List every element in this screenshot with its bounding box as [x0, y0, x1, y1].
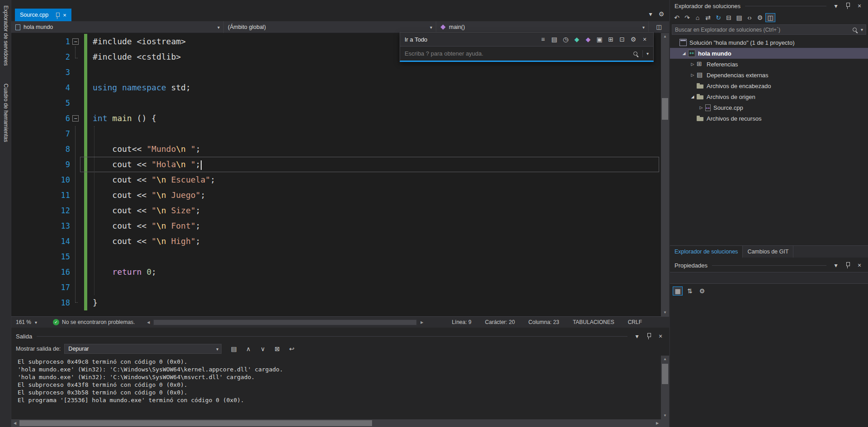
toggle-word-wrap-icon[interactable]: ↩: [287, 344, 297, 353]
code-line[interactable]: 6−int main () {: [11, 111, 669, 126]
line-number[interactable]: 1: [11, 34, 70, 49]
preview-tab-icon[interactable]: ⊡: [617, 35, 627, 44]
go-to-all-search-input[interactable]: Escriba ? para obtener ayuda. ▾: [400, 46, 653, 61]
code-line[interactable]: 10 cout << "\n Escuela";: [11, 172, 669, 188]
pin-icon[interactable]: [843, 1, 853, 10]
tree-item[interactable]: ▷Referencias: [670, 59, 868, 70]
alphabetical-icon[interactable]: ⇅: [685, 286, 695, 296]
line-number[interactable]: 6: [11, 111, 70, 126]
properties-icon[interactable]: ⚙: [755, 13, 765, 22]
line-number[interactable]: 15: [11, 249, 70, 264]
goto-file-icon[interactable]: ▤: [549, 35, 559, 44]
tree-item[interactable]: ◢hola mundo: [670, 48, 868, 59]
chevron-down-icon[interactable]: ▾: [646, 51, 649, 56]
scroll-down-icon[interactable]: ▼: [661, 412, 669, 419]
tree-expand-icon[interactable]: ▷: [698, 105, 705, 110]
previous-message-icon[interactable]: ∧: [243, 344, 253, 353]
close-icon[interactable]: ×: [656, 332, 665, 341]
tree-item[interactable]: Solución "hola mundo" (1 de 1 proyecto): [670, 37, 868, 48]
status-line-ending[interactable]: CRLF: [628, 319, 642, 325]
line-number[interactable]: 13: [11, 218, 70, 234]
line-number[interactable]: 12: [11, 203, 70, 218]
scrollbar-thumb[interactable]: [662, 98, 668, 120]
clear-all-icon[interactable]: ⊠: [272, 344, 282, 353]
line-number[interactable]: 8: [11, 141, 70, 157]
status-tabs-mode[interactable]: TABULACIONES: [573, 319, 614, 325]
tree-expand-icon[interactable]: ◢: [689, 94, 696, 99]
navigate-forward-icon[interactable]: ↷: [682, 13, 692, 22]
chevron-down-icon[interactable]: ▾: [831, 261, 841, 270]
status-character[interactable]: Carácter: 20: [485, 319, 515, 325]
scroll-left-icon[interactable]: ◀: [145, 320, 152, 324]
line-number[interactable]: 14: [11, 234, 70, 249]
line-number[interactable]: 17: [11, 280, 70, 295]
code-line[interactable]: 13 cout << "\n Font";: [11, 218, 669, 234]
zoom-dropdown[interactable]: 161 % ▾: [11, 319, 47, 325]
chevron-down-icon[interactable]: ▾: [646, 9, 656, 19]
scroll-right-icon[interactable]: ▶: [654, 421, 661, 425]
properties-object-dropdown[interactable]: [670, 272, 868, 284]
scroll-up-icon[interactable]: ▲: [661, 356, 669, 363]
goto-symbol-icon[interactable]: ▣: [594, 35, 604, 44]
code-line[interactable]: 15: [11, 249, 669, 264]
settings-gear-icon[interactable]: ⚙: [656, 9, 666, 19]
output-source-dropdown[interactable]: Depurar ▾: [64, 344, 222, 354]
code-line[interactable]: 8 cout<< "Mundo\n ";: [11, 141, 669, 157]
output-horizontal-scrollbar[interactable]: ◀ ▶: [11, 419, 661, 427]
code-line[interactable]: 7: [11, 126, 669, 141]
goto-line-icon[interactable]: ≡: [538, 35, 548, 44]
refresh-icon[interactable]: ↻: [713, 13, 723, 22]
pin-icon[interactable]: [52, 11, 59, 19]
line-number[interactable]: 16: [11, 264, 70, 280]
close-icon[interactable]: ×: [640, 35, 650, 44]
code-line[interactable]: 17: [11, 280, 669, 295]
tree-expand-icon[interactable]: ▷: [689, 73, 696, 77]
toolbox-vertical-tab[interactable]: Cuadro de herramientas: [2, 84, 9, 142]
split-window-icon[interactable]: ◫: [649, 21, 669, 33]
code-line[interactable]: 5: [11, 95, 669, 111]
code-editor[interactable]: 1−#include <iostream>2#include <cstdlib>…: [11, 33, 669, 316]
messages-icon[interactable]: ▤: [229, 344, 239, 353]
chevron-down-icon[interactable]: ▾: [831, 1, 841, 10]
preview-selected-items-icon[interactable]: ◫: [765, 13, 775, 22]
scrollbar-thumb[interactable]: [19, 420, 372, 426]
bottom-tab[interactable]: Explorador de soluciones: [670, 246, 743, 258]
scroll-down-icon[interactable]: ▼: [661, 309, 669, 316]
code-line[interactable]: 9 cout << "Hola\n ";: [11, 157, 669, 172]
collapse-all-icon[interactable]: ⊟: [724, 13, 734, 22]
line-number[interactable]: 9: [11, 157, 70, 172]
tab-source-cpp[interactable]: Source.cpp ×: [15, 9, 71, 21]
next-message-icon[interactable]: ∨: [258, 344, 268, 353]
code-line[interactable]: 18}: [11, 295, 669, 310]
horizontal-scrollbar[interactable]: [153, 319, 417, 326]
scrollbar-thumb[interactable]: [662, 364, 668, 384]
output-text[interactable]: El subproceso 0x49c8 terminó con código …: [11, 356, 669, 404]
goto-member-icon[interactable]: ◆: [583, 35, 593, 44]
settings-gear-icon[interactable]: ⚙: [628, 35, 638, 44]
server-explorer-vertical-tab[interactable]: Explorador de servidores: [2, 5, 9, 66]
document-health-indicator[interactable]: ✓ No se encontraron problemas.: [53, 319, 135, 325]
home-icon[interactable]: ⌂: [693, 13, 703, 22]
navigate-back-icon[interactable]: ↶: [672, 13, 682, 22]
member-dropdown[interactable]: main() ▾: [436, 21, 649, 33]
search-icon[interactable]: [852, 27, 858, 33]
close-icon[interactable]: ×: [854, 1, 864, 10]
collapse-region-icon[interactable]: −: [72, 38, 79, 45]
property-pages-icon[interactable]: ⚙: [697, 286, 707, 296]
code-line[interactable]: 3: [11, 65, 669, 80]
categorized-icon[interactable]: ▦: [673, 286, 683, 296]
chevron-down-icon[interactable]: ▾: [632, 332, 642, 341]
line-number[interactable]: 2: [11, 49, 70, 65]
tree-expand-icon[interactable]: ▷: [689, 62, 696, 66]
code-line[interactable]: 12 cout << "\n Size";: [11, 203, 669, 218]
goto-type-icon[interactable]: ◆: [572, 35, 582, 44]
sync-with-active-document-icon[interactable]: ⇄: [703, 13, 713, 22]
project-dropdown[interactable]: hola mundo ▾: [11, 21, 224, 33]
fold-margin[interactable]: −: [70, 111, 81, 126]
tree-expand-icon[interactable]: ◢: [680, 51, 688, 56]
code-line[interactable]: 11 cout << "\n Juego";: [11, 188, 669, 203]
code-line[interactable]: 4using namespace std;: [11, 80, 669, 95]
line-number[interactable]: 4: [11, 80, 70, 95]
close-icon[interactable]: ×: [854, 261, 864, 270]
tree-item[interactable]: ◢Archivos de origen: [670, 91, 868, 102]
